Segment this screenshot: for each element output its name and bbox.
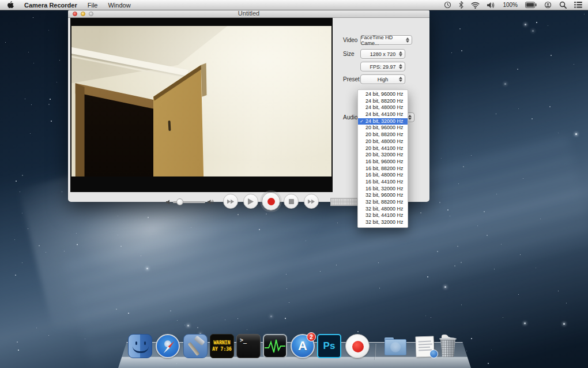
audio-menu-item[interactable]: 20 bit, 48000 Hz <box>358 138 408 145</box>
dock-activity-monitor-icon[interactable] <box>263 334 287 358</box>
audio-menu-item[interactable]: 16 bit, 48000 Hz <box>358 172 408 179</box>
dock-safari-icon[interactable] <box>156 334 180 358</box>
window-title: Untitled <box>68 10 429 17</box>
video-preview <box>70 18 333 192</box>
dock-camera-recorder-icon[interactable] <box>345 334 370 358</box>
window-title-bar[interactable]: Untitled <box>68 9 429 18</box>
dock-app-store-icon[interactable]: A 2 <box>291 334 315 358</box>
popup-stepper-icon <box>398 77 402 82</box>
size-label: Size <box>343 51 354 57</box>
spotlight-icon[interactable] <box>559 1 567 9</box>
video-label: Video <box>343 37 357 43</box>
apple-menu[interactable] <box>7 1 14 9</box>
ekg-line-icon <box>264 335 286 357</box>
audio-menu-item[interactable]: 20 bit, 88200 Hz <box>358 132 408 138</box>
transport-controls <box>68 192 333 202</box>
audio-menu-item[interactable]: 24 bit, 88200 Hz <box>358 98 408 105</box>
audio-menu-item[interactable]: 32 bit, 96000 Hz <box>358 192 408 199</box>
dock-trash-icon[interactable] <box>436 334 460 358</box>
battery-percent: 100% <box>503 2 518 8</box>
audio-menu-item[interactable]: 20 bit, 32000 Hz <box>358 152 408 159</box>
menu-file[interactable]: File <box>88 2 98 9</box>
popup-stepper-icon <box>398 51 402 57</box>
stop-icon <box>289 199 294 204</box>
dock-photoshop-icon[interactable]: Ps <box>317 334 341 358</box>
play-button[interactable] <box>243 194 258 209</box>
battery-icon[interactable] <box>525 2 537 8</box>
record-icon <box>267 198 275 205</box>
apple-icon <box>7 1 14 9</box>
dock-documents-stack-icon[interactable] <box>413 334 437 358</box>
dock-xcode-icon[interactable] <box>183 334 208 358</box>
audio-menu-item[interactable]: 16 bit, 96000 Hz <box>358 159 408 166</box>
preset-label: Preset <box>343 76 360 82</box>
audio-menu-item[interactable]: 32 bit, 48000 Hz <box>358 206 408 213</box>
dock-folder-icon[interactable] <box>383 334 408 358</box>
dock-terminal-icon[interactable]: >_ <box>236 334 261 358</box>
video-device-popup[interactable]: FaceTime HD Came... <box>360 35 412 45</box>
stop-button[interactable] <box>284 194 299 209</box>
menu-app-name[interactable]: Camera Recorder <box>24 2 77 9</box>
popup-stepper-icon <box>398 64 402 69</box>
popup-stepper-icon <box>405 37 409 43</box>
audio-menu-item[interactable]: 32 bit, 32000 Hz <box>358 219 408 226</box>
record-button[interactable] <box>262 192 280 211</box>
checkmark-icon: ✓ <box>360 118 364 125</box>
wifi-icon[interactable] <box>471 2 480 9</box>
audio-menu-item[interactable]: 16 bit, 44100 Hz <box>358 179 408 186</box>
record-dot-icon <box>352 341 364 352</box>
camera-feed <box>71 26 331 177</box>
size-popup[interactable]: 1280 x 720 <box>360 49 405 59</box>
rewind-icon <box>227 199 235 204</box>
app-store-badge: 2 <box>307 332 316 341</box>
audio-menu-item[interactable]: 24 bit, 48000 Hz <box>358 104 408 111</box>
user-menu-icon[interactable] <box>544 1 552 9</box>
fast-forward-button[interactable] <box>304 194 319 209</box>
fps-popup[interactable]: FPS: 29.97 <box>360 62 405 72</box>
volume-icon[interactable] <box>487 2 495 9</box>
audio-menu-item[interactable]: ✓24 bit, 32000 Hz <box>358 118 408 125</box>
lcd-clock-line2: AY 7:36 <box>212 347 232 352</box>
play-icon <box>248 198 254 205</box>
audio-menu-item[interactable]: 32 bit, 88200 Hz <box>358 199 408 206</box>
audio-menu-item[interactable]: 16 bit, 88200 Hz <box>358 166 408 172</box>
preset-popup[interactable]: High <box>360 74 405 84</box>
rewind-button[interactable] <box>223 194 238 209</box>
audio-label: Audio <box>343 114 358 121</box>
audio-menu-item[interactable]: 16 bit, 32000 Hz <box>358 186 408 193</box>
audio-format-menu: 24 bit, 96000 Hz24 bit, 88200 Hz24 bit, … <box>357 89 408 228</box>
audio-menu-item[interactable]: 32 bit, 44100 Hz <box>358 212 408 219</box>
menu-bar: Camera Recorder File Window 100% <box>0 0 588 10</box>
audio-menu-item[interactable]: 20 bit, 44100 Hz <box>358 145 408 152</box>
dock-lcd-clock-icon[interactable]: WARNIN AY 7:36 <box>210 334 234 358</box>
menu-window[interactable]: Window <box>108 2 130 9</box>
fast-forward-icon <box>308 199 315 204</box>
scene-door-handle <box>168 121 171 131</box>
bluetooth-icon[interactable] <box>459 1 463 9</box>
time-machine-icon[interactable] <box>444 1 451 9</box>
audio-menu-item[interactable]: 24 bit, 96000 Hz <box>358 91 408 98</box>
notification-center-icon[interactable] <box>574 2 582 8</box>
lcd-clock-line1: WARNIN <box>214 340 231 346</box>
popup-stepper-icon <box>408 115 412 120</box>
audio-menu-item[interactable]: 20 bit, 96000 Hz <box>358 125 408 132</box>
dock-finder-icon[interactable] <box>128 334 152 358</box>
audio-menu-item[interactable]: 24 bit, 44100 Hz <box>358 111 408 118</box>
